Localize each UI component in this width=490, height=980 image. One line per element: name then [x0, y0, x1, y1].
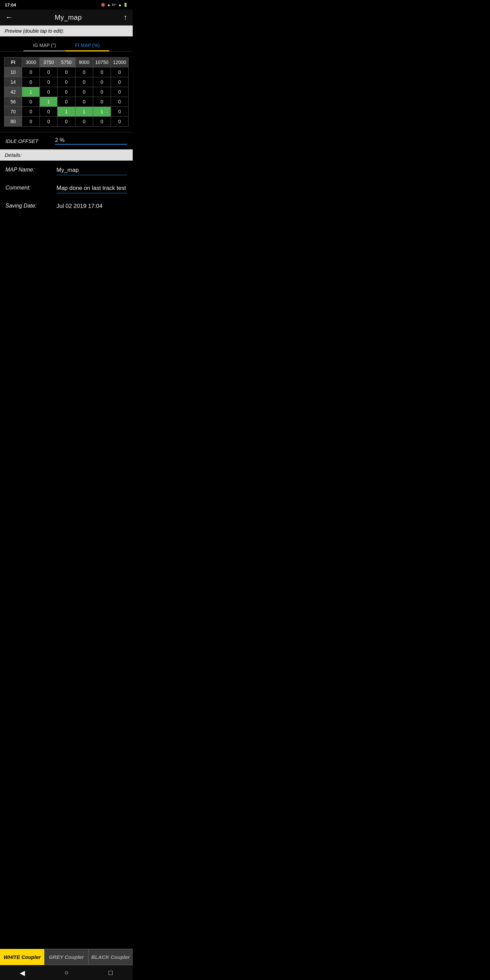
map-name-row: MAP Name: My_map [5, 167, 127, 175]
wifi-icon: ▲ [107, 3, 111, 7]
cell-value[interactable]: 0 [40, 67, 57, 77]
tab-fi-map-label: FI MAP (%) [75, 43, 100, 48]
cell-value[interactable]: 1 [93, 107, 111, 117]
row-label: 42 [5, 87, 22, 97]
preview-bar: Preview (double tap to edit): [0, 25, 133, 37]
header-9000: 9000 [75, 57, 93, 67]
mute-icon: 🔕 [101, 3, 105, 7]
cell-value[interactable]: 0 [111, 97, 128, 107]
cell-value[interactable]: 0 [75, 97, 93, 107]
status-time: 17:04 [5, 2, 16, 8]
network-icon: H⁺ [112, 3, 117, 7]
cell-value[interactable]: 0 [40, 107, 57, 117]
header-3750: 3750 [40, 57, 57, 67]
cell-value[interactable]: 0 [93, 77, 111, 87]
map-name-label: MAP Name: [5, 167, 56, 173]
saving-date-value: Jul 02 2019 17:04 [56, 203, 127, 210]
header-10750: 10750 [93, 57, 111, 67]
cell-value[interactable]: 0 [111, 107, 128, 117]
comment-row: Comment: Map done on last track test [5, 185, 127, 193]
status-bar: 17:04 🔕 ▲ H⁺ ▲ 🔋 [0, 0, 133, 10]
cell-value[interactable]: 1 [40, 97, 57, 107]
map-section: FI 3000 3750 5750 9000 10750 12000 10000… [0, 52, 133, 132]
header-12000: 12000 [111, 57, 128, 67]
table-row: 80000000 [5, 117, 129, 127]
cell-value[interactable]: 0 [75, 87, 93, 97]
cell-value[interactable]: 0 [111, 77, 128, 87]
cell-value[interactable]: 0 [93, 117, 111, 127]
top-nav: ← My_map ↑ [0, 10, 133, 25]
tab-ig-map-label: IG MAP (°) [33, 43, 56, 48]
cell-value[interactable]: 0 [75, 117, 93, 127]
cell-value[interactable]: 0 [57, 97, 75, 107]
header-5750: 5750 [57, 57, 75, 67]
signal-icon: ▲ [118, 3, 122, 7]
map-name-value: My_map [56, 167, 79, 173]
back-button[interactable]: ← [5, 13, 13, 22]
cell-value[interactable]: 0 [57, 67, 75, 77]
battery-icon: 🔋 [123, 3, 128, 7]
tabs-container: IG MAP (°) FI MAP (%) [0, 37, 133, 51]
cell-value[interactable]: 0 [40, 117, 57, 127]
table-row: 42100000 [5, 87, 129, 97]
cell-value[interactable]: 0 [40, 87, 57, 97]
header-3000: 3000 [22, 57, 40, 67]
status-icons: 🔕 ▲ H⁺ ▲ 🔋 [101, 3, 128, 7]
table-row: 14000000 [5, 77, 129, 87]
details-section: MAP Name: My_map Comment: Map done on la… [0, 161, 133, 225]
table-row: 56010000 [5, 97, 129, 107]
row-label: 80 [5, 117, 22, 127]
row-label: 56 [5, 97, 22, 107]
preview-label: Preview (double tap to edit): [5, 28, 64, 34]
upload-button[interactable]: ↑ [124, 13, 127, 22]
page-title: My_map [55, 14, 82, 21]
saving-date-label: Saving Date: [5, 203, 56, 209]
cell-value[interactable]: 0 [57, 77, 75, 87]
cell-value[interactable]: 0 [75, 67, 93, 77]
cell-value[interactable]: 0 [22, 77, 40, 87]
tab-fi-underline [66, 50, 109, 51]
cell-value[interactable]: 0 [93, 97, 111, 107]
details-label: Details: [5, 152, 22, 158]
saving-date-row: Saving Date: Jul 02 2019 17:04 [5, 203, 127, 210]
cell-value[interactable]: 0 [22, 117, 40, 127]
row-label: 10 [5, 67, 22, 77]
comment-input[interactable]: Map done on last track test [56, 185, 127, 193]
cell-value[interactable]: 0 [40, 77, 57, 87]
cell-value[interactable]: 1 [22, 87, 40, 97]
row-label: 70 [5, 107, 22, 117]
table-header-row: FI 3000 3750 5750 9000 10750 12000 [5, 57, 129, 67]
map-table: FI 3000 3750 5750 9000 10750 12000 10000… [4, 57, 129, 127]
tab-ig-map[interactable]: IG MAP (°) [24, 40, 66, 51]
cell-value[interactable]: 0 [75, 77, 93, 87]
header-fi: FI [5, 57, 22, 67]
idle-offset-section: IDLE OFFSET 2 % [0, 132, 133, 150]
cell-value[interactable]: 0 [22, 67, 40, 77]
idle-offset-value: 2 % [55, 137, 65, 143]
cell-value[interactable]: 0 [111, 67, 128, 77]
table-row: 70001110 [5, 107, 129, 117]
comment-label: Comment: [5, 185, 56, 191]
cell-value[interactable]: 0 [111, 87, 128, 97]
cell-value[interactable]: 1 [75, 107, 93, 117]
map-name-input[interactable]: My_map [56, 167, 127, 175]
cell-value[interactable]: 0 [57, 117, 75, 127]
cell-value[interactable]: 0 [93, 67, 111, 77]
idle-offset-label: IDLE OFFSET [5, 138, 50, 144]
table-row: 10000000 [5, 67, 129, 77]
tab-fi-map[interactable]: FI MAP (%) [66, 40, 109, 51]
row-label: 14 [5, 77, 22, 87]
idle-input-wrap[interactable]: 2 % [55, 137, 127, 145]
cell-value[interactable]: 0 [93, 87, 111, 97]
tab-ig-underline [24, 50, 66, 51]
details-bar: Details: [0, 150, 133, 161]
cell-value[interactable]: 0 [57, 87, 75, 97]
cell-value[interactable]: 0 [111, 117, 128, 127]
comment-value: Map done on last track test [56, 185, 126, 191]
cell-value[interactable]: 0 [22, 97, 40, 107]
cell-value[interactable]: 1 [57, 107, 75, 117]
cell-value[interactable]: 0 [22, 107, 40, 117]
